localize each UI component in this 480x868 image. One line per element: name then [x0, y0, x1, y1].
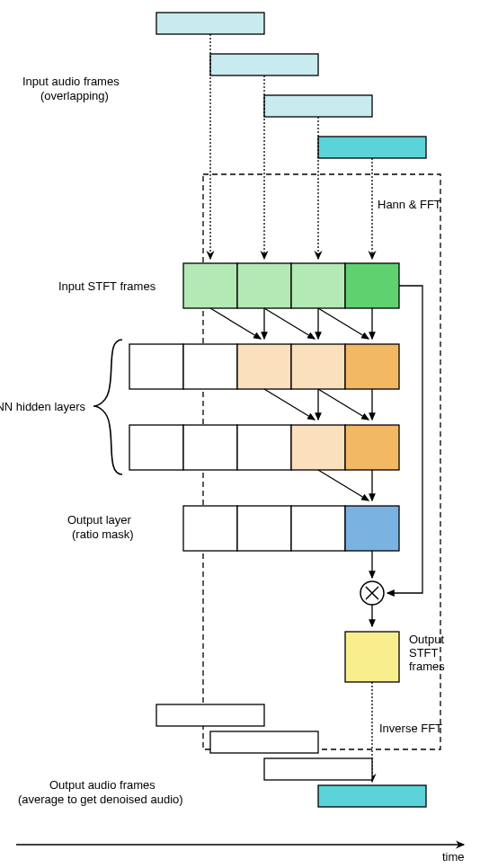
- label-hann-fft: Hann & FFT: [378, 198, 441, 211]
- svg-rect-8: [183, 263, 237, 308]
- svg-line-12: [210, 308, 261, 339]
- cnn-hidden-layer-1: [129, 344, 399, 389]
- svg-rect-2: [264, 95, 372, 117]
- svg-rect-21: [291, 344, 345, 389]
- label-time: time: [442, 850, 465, 864]
- svg-rect-27: [129, 425, 183, 470]
- svg-rect-42: [210, 731, 318, 753]
- svg-rect-35: [237, 506, 291, 551]
- h1-to-h2-arrows: [264, 389, 372, 420]
- svg-rect-20: [237, 344, 291, 389]
- svg-rect-34: [183, 506, 237, 551]
- svg-rect-43: [264, 758, 372, 780]
- svg-line-16: [318, 308, 369, 339]
- svg-rect-10: [291, 263, 345, 308]
- multiply-icon: [360, 581, 384, 605]
- svg-rect-11: [345, 263, 399, 308]
- svg-rect-3: [318, 137, 426, 158]
- stft-to-h1-arrows: [210, 308, 372, 339]
- svg-line-32: [318, 470, 369, 500]
- input-stft-frames: [183, 263, 399, 308]
- pipeline-diagram: Input audio frames(overlapping) Hann & F…: [0, 0, 480, 868]
- output-audio-frames: [156, 704, 426, 807]
- svg-rect-9: [237, 263, 291, 308]
- svg-rect-37: [345, 506, 399, 551]
- cnn-hidden-layer-2: [129, 425, 399, 470]
- output-layer: [183, 506, 399, 551]
- svg-line-23: [264, 389, 315, 420]
- svg-line-25: [318, 389, 369, 420]
- svg-rect-31: [345, 425, 399, 470]
- svg-line-14: [264, 308, 315, 339]
- svg-rect-22: [345, 344, 399, 389]
- svg-rect-36: [291, 506, 345, 551]
- svg-rect-28: [183, 425, 237, 470]
- svg-rect-18: [129, 344, 183, 389]
- label-output-layer: Output layer(ratio mask): [67, 513, 134, 541]
- svg-rect-19: [183, 344, 237, 389]
- label-input-audio: Input audio frames(overlapping): [22, 75, 120, 102]
- svg-rect-44: [318, 785, 426, 807]
- output-stft-frame: [345, 632, 399, 682]
- svg-rect-41: [156, 704, 264, 726]
- label-output-audio: Output audio frames(average to get denoi…: [18, 778, 183, 806]
- label-output-stft: OutputSTFTframes: [409, 633, 445, 673]
- cnn-brace-icon: [93, 340, 122, 474]
- svg-rect-0: [156, 13, 264, 34]
- svg-rect-1: [210, 54, 318, 75]
- label-input-stft: Input STFT frames: [58, 279, 156, 293]
- label-inverse-fft: Inverse FFT: [379, 722, 442, 735]
- svg-rect-30: [291, 425, 345, 470]
- label-cnn-hidden: CNN hidden layers: [0, 400, 86, 413]
- h2-to-out-arrows: [318, 470, 372, 500]
- svg-rect-29: [237, 425, 291, 470]
- input-audio-frames: [156, 13, 426, 158]
